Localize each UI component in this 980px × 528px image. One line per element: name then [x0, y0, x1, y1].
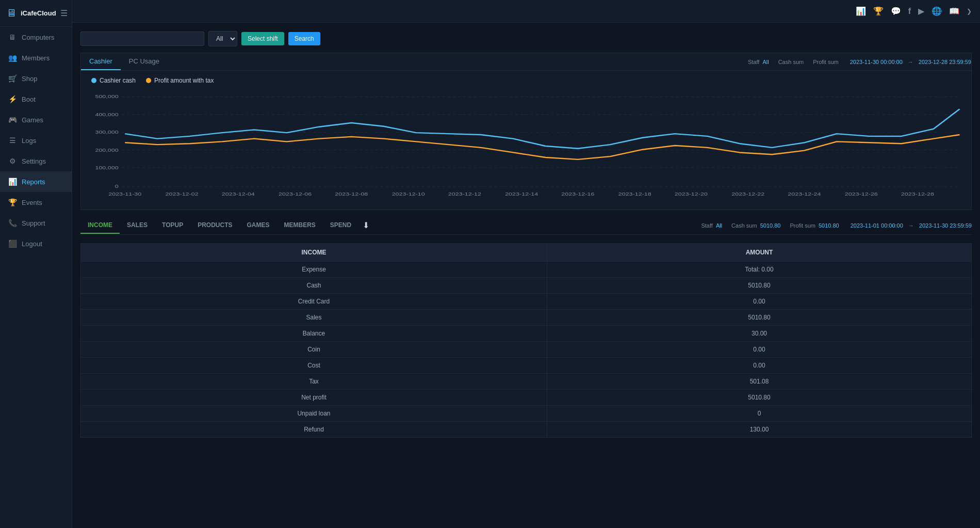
table-row: Cost0.00 — [81, 358, 972, 374]
table-row: Refund130.00 — [81, 422, 972, 438]
chart-info: Staff All Cash sum Profit sum 2023-11-30… — [748, 59, 971, 65]
sidebar-item-logout[interactable]: ⬛Logout — [0, 233, 72, 254]
table-row: Net profit5010.80 — [81, 390, 972, 406]
table-row: Unpaid loan0 — [81, 406, 972, 422]
bottom-profit-sum-value: 5010.80 — [819, 222, 839, 229]
bottom-arrow: → — [908, 222, 914, 229]
sidebar-label-settings: Settings — [22, 157, 46, 165]
svg-text:2023-12-12: 2023-12-12 — [448, 191, 481, 196]
chart-legend: Cashier cash Profit amount with tax — [81, 71, 971, 84]
col-header-income: INCOME — [81, 244, 547, 262]
cell-income-2: Credit Card — [81, 294, 547, 310]
svg-text:0: 0 — [115, 184, 119, 189]
sidebar-label-games: Games — [22, 116, 43, 124]
svg-text:400,000: 400,000 — [95, 111, 118, 117]
svg-text:2023-12-26: 2023-12-26 — [845, 191, 878, 196]
bottom-date-to: 2023-11-30 23:59:59 — [919, 222, 972, 229]
bottom-tab-sales[interactable]: SALES — [120, 217, 155, 234]
legend-profit-label: Profit amount with tax — [154, 77, 214, 84]
legend-dot-blue — [91, 78, 96, 83]
svg-text:2023-12-18: 2023-12-18 — [618, 191, 651, 196]
table-row: Balance30.00 — [81, 326, 972, 342]
table-row: Cash5010.80 — [81, 278, 972, 294]
table-row: ExpenseTotal: 0.00 — [81, 262, 972, 278]
sidebar-label-members: Members — [22, 54, 50, 62]
income-table: INCOME AMOUNT ExpenseTotal: 0.00Cash5010… — [80, 243, 972, 438]
topbar-book-icon[interactable]: 📖 — [949, 6, 959, 16]
cell-amount-4: 30.00 — [547, 326, 971, 342]
sidebar-item-settings[interactable]: ⚙Settings — [0, 151, 72, 171]
filter-bar: 2023-11-30 00:00 - 2023-12-29 23:59 All … — [80, 31, 972, 46]
filter-select[interactable]: All — [208, 31, 237, 46]
topbar-chat-icon[interactable]: 💬 — [891, 6, 901, 16]
bottom-tab-info: Staff All Cash sum 5010.80 Profit sum 50… — [701, 222, 972, 229]
topbar: 📊 🏆 💬 f ▶ 🌐 📖 ❯ — [72, 0, 980, 23]
topbar-facebook-icon[interactable]: f — [908, 7, 911, 16]
sidebar-label-computers: Computers — [22, 34, 55, 41]
cell-income-0: Expense — [81, 262, 547, 278]
svg-text:2023-12-02: 2023-12-02 — [166, 191, 199, 196]
download-icon[interactable]: ⬇ — [358, 216, 373, 234]
bottom-tab-games[interactable]: GAMES — [239, 217, 276, 234]
logout-icon: ⬛ — [8, 239, 17, 248]
line-chart: .grid-line{stroke:#2a3a4a;stroke-dasharr… — [86, 89, 966, 203]
bottom-tab-income[interactable]: INCOME — [80, 217, 120, 234]
chart-svg-container: .grid-line{stroke:#2a3a4a;stroke-dasharr… — [81, 89, 971, 210]
sidebar-item-shop[interactable]: 🛒Shop — [0, 68, 72, 89]
select-shift-button[interactable]: Select shift — [241, 32, 284, 45]
cell-amount-6: 0.00 — [547, 358, 971, 374]
sidebar-item-computers[interactable]: 🖥Computers — [0, 27, 72, 47]
logo-area: 🖥 iCafeCloud ☰ — [0, 0, 72, 27]
logs-icon: ☰ — [8, 136, 17, 145]
topbar-youtube-icon[interactable]: ▶ — [918, 6, 924, 16]
profit-tax-line — [125, 135, 959, 159]
cell-amount-2: 0.00 — [547, 294, 971, 310]
sidebar-item-events[interactable]: 🏆Events — [0, 192, 72, 213]
logo-text: iCafeCloud — [21, 9, 56, 17]
sidebar-item-members[interactable]: 👥Members — [0, 47, 72, 68]
sidebar-item-reports[interactable]: 📊Reports — [0, 171, 72, 192]
main-tab-row: Cashier PC Usage Staff All Cash sum Prof… — [81, 53, 971, 71]
table-row: Sales5010.80 — [81, 310, 972, 326]
svg-text:2023-12-16: 2023-12-16 — [561, 191, 594, 196]
sidebar-label-events: Events — [22, 199, 42, 206]
cell-amount-0: Total: 0.00 — [547, 262, 971, 278]
topbar-dashboard-icon[interactable]: 📊 — [856, 6, 866, 16]
topbar-chevron-icon[interactable]: ❯ — [967, 8, 972, 15]
sidebar-item-logs[interactable]: ☰Logs — [0, 130, 72, 151]
topbar-globe-icon[interactable]: 🌐 — [932, 6, 942, 16]
chart-profit-sum-label: Profit sum — [813, 59, 839, 65]
svg-text:2023-12-04: 2023-12-04 — [222, 191, 255, 196]
svg-text:2023-12-14: 2023-12-14 — [505, 191, 538, 196]
topbar-trophy-icon[interactable]: 🏆 — [873, 6, 884, 16]
cell-income-3: Sales — [81, 310, 547, 326]
cell-amount-3: 5010.80 — [547, 310, 971, 326]
tab-cashier[interactable]: Cashier — [81, 53, 121, 70]
bottom-tab-products[interactable]: PRODUCTS — [190, 217, 239, 234]
bottom-staff-label: Staff — [701, 222, 712, 229]
bottom-tab-members[interactable]: MEMBERS — [277, 217, 323, 234]
bottom-tab-topup[interactable]: TOPUP — [155, 217, 190, 234]
sidebar-item-boot[interactable]: ⚡Boot — [0, 89, 72, 109]
tab-pc-usage[interactable]: PC Usage — [121, 53, 168, 70]
computers-icon: 🖥 — [8, 33, 17, 41]
sidebar-item-games[interactable]: 🎮Games — [0, 109, 72, 130]
menu-toggle-icon[interactable]: ☰ — [60, 8, 68, 18]
cell-amount-9: 0 — [547, 406, 971, 422]
cell-amount-8: 5010.80 — [547, 390, 971, 406]
svg-text:2023-12-10: 2023-12-10 — [392, 191, 425, 196]
cell-income-10: Refund — [81, 422, 547, 438]
chart-panel: Cashier PC Usage Staff All Cash sum Prof… — [80, 53, 972, 210]
table-row: Credit Card0.00 — [81, 294, 972, 310]
search-button[interactable]: Search — [288, 32, 320, 45]
sidebar-label-boot: Boot — [22, 95, 36, 103]
chart-date-from: 2023-11-30 00:00:00 — [850, 59, 903, 65]
bottom-tab-spend[interactable]: SPEND — [323, 217, 358, 234]
sidebar-item-support[interactable]: 📞Support — [0, 213, 72, 233]
cell-income-8: Net profit — [81, 390, 547, 406]
svg-text:2023-12-20: 2023-12-20 — [675, 191, 708, 196]
legend-cashier-cash: Cashier cash — [91, 77, 136, 84]
sidebar: 🖥 iCafeCloud ☰ 🖥Computers👥Members🛒Shop⚡B… — [0, 0, 72, 528]
date-range-input[interactable]: 2023-11-30 00:00 - 2023-12-29 23:59 — [80, 31, 204, 46]
chart-arrow: → — [908, 59, 913, 65]
